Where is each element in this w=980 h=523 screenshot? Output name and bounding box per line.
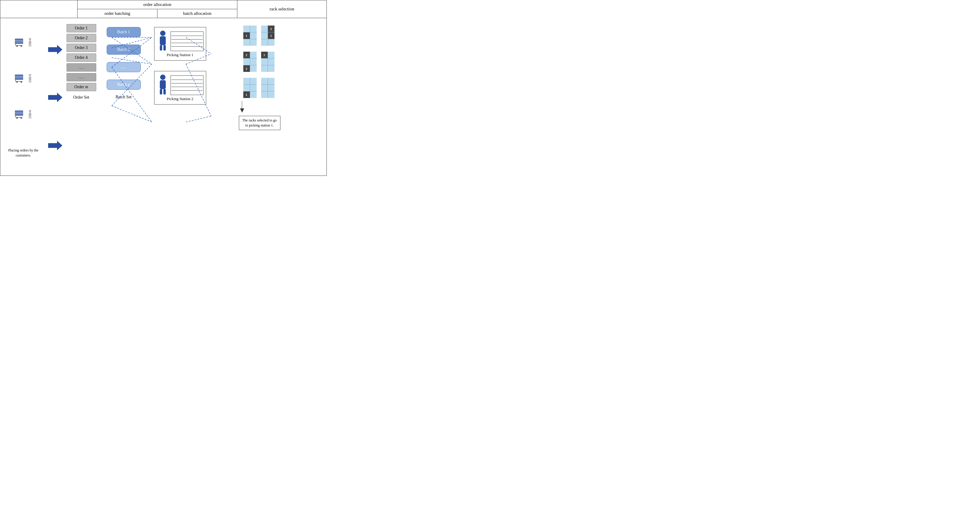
- customer-icon-1: [14, 37, 33, 47]
- order-box-4: Order 4: [67, 54, 96, 62]
- person-icon-2: [27, 73, 33, 83]
- order-allocation-bottom: order batching batch allocation: [78, 9, 237, 18]
- svg-rect-43: [163, 89, 166, 94]
- batch-box-1: Batch 1: [107, 27, 141, 37]
- batches-column: Batch 1 Batch 2 ...... Batch μ Batch Set: [104, 25, 143, 173]
- arrow-right-2: [48, 92, 62, 103]
- svg-point-27: [16, 118, 18, 119]
- tooltip-box: The racks selected to go to picking stat…: [239, 116, 280, 130]
- station-1-rack: [170, 32, 204, 51]
- svg-rect-39: [163, 45, 166, 51]
- svg-marker-33: [48, 45, 62, 54]
- customer-group-1: [14, 37, 33, 47]
- svg-rect-38: [160, 45, 162, 51]
- station-1-box: Picking Station 1: [154, 27, 206, 60]
- order-dots-1: ......: [67, 63, 96, 72]
- svg-rect-11: [15, 75, 23, 80]
- svg-marker-44: [240, 108, 244, 113]
- rack-selection-label: rack selection: [237, 0, 326, 18]
- station-2-box: Picking Station 2: [154, 71, 206, 105]
- customer-icon-3: [14, 109, 33, 119]
- station-person-2: [157, 74, 169, 95]
- batch-allocation-label: batch allocation: [158, 9, 237, 18]
- customer-group-2: [14, 73, 33, 83]
- svg-point-18: [29, 74, 31, 76]
- rack-grid-2a: 2 2: [243, 52, 257, 72]
- rack-grid-2b: 1: [261, 52, 274, 72]
- svg-marker-34: [48, 93, 62, 102]
- svg-rect-42: [160, 89, 162, 94]
- header-area: order allocation order batching batch al…: [0, 0, 326, 18]
- arrows-column: [46, 22, 64, 173]
- person-icon-1: [27, 37, 33, 47]
- svg-rect-8: [29, 41, 31, 45]
- person-icon-3: [27, 109, 33, 119]
- svg-rect-19: [29, 76, 31, 81]
- svg-rect-0: [15, 39, 23, 44]
- svg-point-36: [160, 30, 165, 36]
- tooltip-text: The racks selected to go to picking stat…: [242, 118, 277, 127]
- customers-caption: Placing orders by the customers.: [0, 148, 46, 158]
- batch-box-mu: Batch μ: [107, 79, 141, 90]
- rack-selection-column: 1 2 1: [214, 22, 303, 173]
- batch-set-label: Batch Set: [116, 95, 132, 100]
- station-person-1: [157, 30, 169, 51]
- svg-point-28: [21, 118, 22, 119]
- order-batching-label: order batching: [78, 9, 158, 18]
- svg-rect-21: [30, 81, 31, 83]
- svg-point-40: [160, 75, 165, 80]
- station-2-inner: [157, 74, 204, 95]
- order-box-m: Order m: [67, 83, 96, 91]
- svg-rect-32: [30, 117, 31, 119]
- arrow-down-icon: [239, 108, 245, 114]
- svg-point-6: [21, 45, 22, 47]
- tooltip-container: The racks selected to go to picking stat…: [239, 101, 280, 130]
- arrow-right-1: [48, 44, 62, 55]
- svg-point-29: [29, 110, 31, 112]
- svg-rect-30: [29, 113, 31, 116]
- svg-rect-22: [15, 110, 23, 116]
- rack-row-1: 1 2 1: [243, 25, 274, 46]
- order-box-1: Order 1: [67, 24, 96, 32]
- content-area: Placing orders by the customers. Order 1…: [0, 18, 326, 175]
- svg-rect-9: [29, 45, 29, 47]
- station-1-label: Picking Station 1: [157, 52, 204, 57]
- header-left-spacer: [0, 0, 78, 18]
- customers-column: Placing orders by the customers.: [0, 22, 46, 173]
- svg-point-17: [21, 81, 22, 83]
- rack-grid-3a: 1: [243, 78, 257, 98]
- svg-point-16: [16, 81, 18, 83]
- order-box-3: Order 3: [67, 44, 96, 52]
- order-set-label: Order Set: [73, 95, 89, 100]
- rack-grid-1b: 2 1: [261, 25, 274, 46]
- main-diagram: order allocation order batching batch al…: [0, 0, 327, 176]
- station-2-rack: [170, 75, 204, 95]
- cart-icon-3: [14, 109, 25, 119]
- cart-icon-2: [14, 73, 25, 83]
- order-dots-2: ......: [67, 73, 96, 81]
- rack-grid-3b: [261, 78, 274, 98]
- rack-row-3: 1: [243, 78, 274, 98]
- order-box-2: Order 2: [67, 34, 96, 42]
- cart-icon-1: [14, 37, 25, 47]
- station-1-inner: [157, 30, 204, 51]
- svg-rect-20: [29, 81, 29, 83]
- rack-row-2: 2 2 1: [243, 52, 274, 72]
- customer-group-3: [14, 109, 33, 119]
- batch-box-2: Batch 2: [107, 45, 141, 55]
- station-2-label: Picking Station 2: [157, 97, 204, 101]
- rack-grid-1a: 1: [243, 25, 257, 46]
- svg-rect-10: [30, 45, 31, 47]
- customer-icon-2: [14, 73, 33, 83]
- header-order-allocation: order allocation order batching batch al…: [78, 0, 237, 18]
- svg-rect-31: [29, 117, 29, 119]
- svg-marker-35: [48, 141, 62, 150]
- svg-point-7: [29, 38, 31, 40]
- svg-rect-37: [160, 36, 166, 45]
- arrow-right-3: [48, 140, 62, 151]
- svg-rect-41: [160, 80, 166, 89]
- orders-column: Order 1 Order 2 Order 3 Order 4 ...... .…: [64, 22, 98, 173]
- order-allocation-label: order allocation: [78, 0, 237, 9]
- svg-point-5: [16, 45, 18, 47]
- stations-column: Picking Station 1: [150, 25, 210, 173]
